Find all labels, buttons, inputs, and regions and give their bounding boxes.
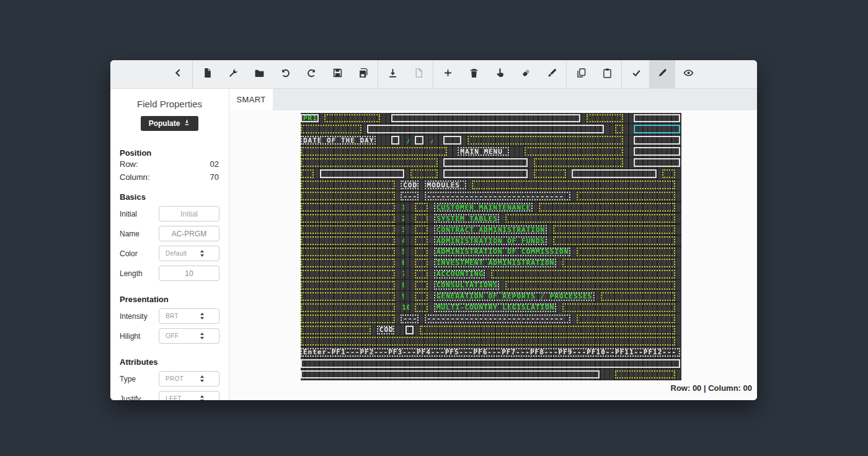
screen-field[interactable] [301,147,447,156]
screen-field[interactable] [301,158,438,167]
screen-field[interactable] [634,158,680,167]
screen-field[interactable] [615,370,676,379]
new-file-button[interactable] [194,60,220,88]
screen-field[interactable] [562,259,675,267]
screen-field[interactable] [415,136,423,145]
brush-button[interactable] [539,60,565,88]
type-select[interactable]: PROT [159,371,219,387]
hilight-select[interactable]: OFF [159,328,219,344]
eraser-button[interactable] [513,60,539,88]
export-pdf-button[interactable] [405,60,432,88]
download-button[interactable] [379,60,405,88]
screen-text-field[interactable]: 9 [401,292,404,301]
screen-field[interactable] [301,192,395,200]
screen-module-7[interactable]: ACCOUNTING [434,270,485,279]
screen-text-field[interactable]: 8 [401,281,404,290]
screen-field[interactable] [443,136,461,145]
screen-field[interactable] [662,169,675,178]
screen-field[interactable] [534,158,623,167]
screen-field[interactable] [587,114,623,123]
screen-field[interactable] [301,359,680,368]
screen-field[interactable] [391,114,580,123]
screen-field[interactable] [415,248,428,256]
screen-field[interactable] [301,326,371,334]
hand-pointer-button[interactable] [487,60,513,88]
screen-field[interactable] [320,169,404,178]
screen-text-field[interactable]: / [429,136,433,145]
intensity-select[interactable]: BRT [159,308,219,324]
screen-field[interactable] [301,337,675,346]
screen-field[interactable] [577,248,675,256]
screen-field-pr10[interactable]: PR10 [301,114,319,123]
screen-label-pfkeys[interactable]: Enter-PF1---PF2---PF3---PF4---PF5---PF6-… [301,348,680,357]
justify-select[interactable]: LEFT [159,391,219,400]
screen-module-6[interactable]: INVESTMENT ADMINISTRATION [434,259,557,267]
screen-field[interactable] [415,259,428,267]
screen-field[interactable] [634,136,680,145]
screen-text-field[interactable]: 6 [401,259,404,267]
screen-text-field[interactable]: ---- [401,315,418,323]
screen-field[interactable] [367,125,604,133]
screen-field[interactable] [301,370,600,379]
screen-field[interactable] [301,259,395,267]
color-select[interactable]: Default [159,246,219,261]
screen-field[interactable] [534,169,566,178]
paste-button[interactable] [594,60,620,88]
screen-module-1[interactable]: CUSTOMER MAINTENANCE [434,203,533,212]
screen-field[interactable] [301,315,395,323]
screen-field[interactable] [577,192,675,200]
screen-field[interactable] [301,248,395,256]
copy-button[interactable] [568,60,594,88]
populate-button[interactable]: Populate [141,116,199,131]
screen-field[interactable] [572,169,656,178]
screen-field[interactable] [615,125,623,133]
screen-text-field[interactable]: ---- [401,192,418,200]
redo-button[interactable] [298,60,324,88]
screen-field[interactable] [420,326,675,334]
screen-field[interactable] [443,158,528,167]
screen-field[interactable] [301,225,395,234]
screen-field[interactable] [467,136,623,145]
screen-field[interactable] [301,236,395,245]
screen-field[interactable] [553,236,676,245]
back-button[interactable] [165,60,191,88]
terminal-screen[interactable]: PR10DATE OF THE DAY//MAIN MENUCOD.MODULE… [301,113,681,380]
screen-text-field[interactable]: 1 [401,203,404,212]
screen-field[interactable] [405,326,414,334]
screen-text-field[interactable]: ----------------------------- [425,192,571,200]
screen-field[interactable] [443,169,528,178]
screen-label-code[interactable]: CODE [377,326,395,334]
screen-field[interactable] [301,203,395,212]
screen-field[interactable] [301,281,395,290]
screen-field[interactable] [472,181,675,189]
screen-field[interactable] [410,169,438,178]
screen-field[interactable] [391,136,399,145]
screen-field[interactable] [301,292,395,301]
screen-module-2[interactable]: SYSTEM TABLES [434,214,499,223]
screen-field[interactable] [301,270,395,279]
screen-module-4[interactable]: ADMINISTRATION OF FUNDS [434,236,547,245]
screen-field[interactable] [491,270,675,279]
select-check-button[interactable] [623,60,649,88]
screen-field[interactable] [415,236,428,245]
screen-field[interactable] [634,147,680,156]
screen-text-field[interactable]: / [405,136,409,145]
screen-text-field[interactable]: 5 [401,248,404,256]
screen-field[interactable] [577,315,675,323]
screen-field[interactable] [415,270,428,279]
screen-field[interactable] [562,303,675,312]
screen-field[interactable] [553,225,676,234]
screen-field[interactable] [505,214,675,223]
screen-text-field[interactable]: ----------------------------- [425,315,571,323]
screen-field[interactable] [634,114,680,123]
screen-field[interactable] [415,225,428,234]
screen-field[interactable] [525,147,623,156]
open-folder-button[interactable] [246,60,272,88]
screen-field[interactable] [301,181,395,189]
save-button[interactable] [324,60,350,88]
delete-button[interactable] [461,60,487,88]
undo-button[interactable] [272,60,298,88]
name-field[interactable] [159,226,219,241]
screen-field[interactable] [415,292,428,301]
preview-eye-button[interactable] [675,60,701,88]
